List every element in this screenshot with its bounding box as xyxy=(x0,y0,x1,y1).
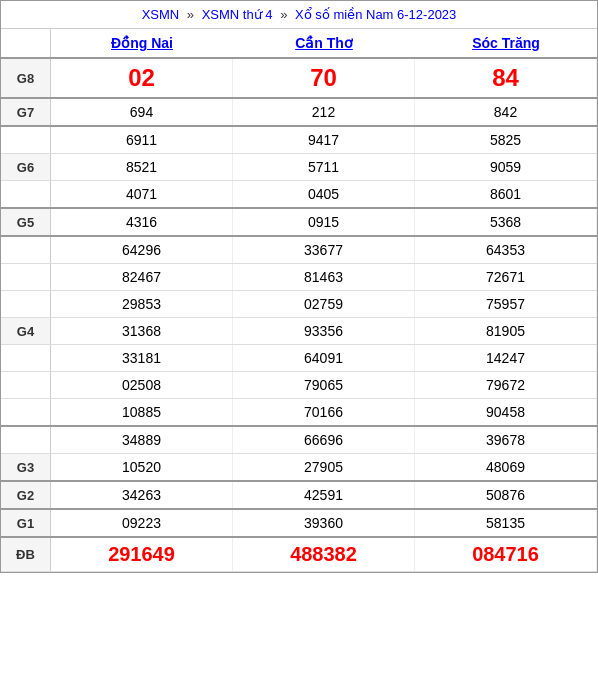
row-label-g4-5 xyxy=(1,345,51,371)
cell-g4-1-c2: 33677 xyxy=(233,237,415,263)
xsmn-thu4-link[interactable]: XSMN thứ 4 xyxy=(202,7,273,22)
table-row: G4 31368 93356 81905 xyxy=(1,318,597,345)
cell-g4-2-c1: 82467 xyxy=(51,264,233,290)
table-row: G2 34263 42591 50876 xyxy=(1,482,597,510)
table-row: G7 694 212 842 xyxy=(1,99,597,127)
cell-g7-c3: 842 xyxy=(415,99,597,125)
table-row: 33181 64091 14247 xyxy=(1,345,597,372)
table-row: G1 09223 39360 58135 xyxy=(1,510,597,538)
row-label-g4: G4 xyxy=(1,318,51,344)
cell-g5-c1: 4316 xyxy=(51,209,233,235)
cell-g1-c1: 09223 xyxy=(51,510,233,536)
cell-g4-4-c2: 93356 xyxy=(233,318,415,344)
header-can-tho: Cần Thơ xyxy=(233,29,415,57)
cell-g3-2-c3: 48069 xyxy=(415,454,597,480)
header-empty xyxy=(1,29,51,57)
cell-g2-c3: 50876 xyxy=(415,482,597,508)
sep1: » xyxy=(187,7,194,22)
table-row: 82467 81463 72671 xyxy=(1,264,597,291)
table-row: 34889 66696 39678 xyxy=(1,427,597,454)
cell-g7-c1: 694 xyxy=(51,99,233,125)
table-row: G6 8521 5711 9059 xyxy=(1,154,597,181)
cell-g7-c2: 212 xyxy=(233,99,415,125)
row-label-g2: G2 xyxy=(1,482,51,508)
row-label-g6-1 xyxy=(1,127,51,153)
row-label-g4-1 xyxy=(1,237,51,263)
cell-g3-1-c2: 66696 xyxy=(233,427,415,453)
row-label-g6: G6 xyxy=(1,154,51,180)
table-row: 4071 0405 8601 xyxy=(1,181,597,209)
row-label-g6-3 xyxy=(1,181,51,207)
cell-g2-c2: 42591 xyxy=(233,482,415,508)
row-label-db: ĐB xyxy=(1,538,51,571)
cell-g4-5-c3: 14247 xyxy=(415,345,597,371)
row-label-g3-1 xyxy=(1,427,51,453)
cell-g1-c2: 39360 xyxy=(233,510,415,536)
row-label-g4-7 xyxy=(1,399,51,425)
cell-g4-4-c1: 31368 xyxy=(51,318,233,344)
cell-g3-2-c2: 27905 xyxy=(233,454,415,480)
cell-g6-2-c3: 9059 xyxy=(415,154,597,180)
cell-g4-3-c1: 29853 xyxy=(51,291,233,317)
cell-g4-1-c1: 64296 xyxy=(51,237,233,263)
cell-g4-2-c2: 81463 xyxy=(233,264,415,290)
cell-g3-2-c1: 10520 xyxy=(51,454,233,480)
cell-g4-5-c1: 33181 xyxy=(51,345,233,371)
cell-db-c3: 084716 xyxy=(415,538,597,571)
cell-g8-c1: 02 xyxy=(51,59,233,97)
cell-g5-c2: 0915 xyxy=(233,209,415,235)
breadcrumb: XSMN » XSMN thứ 4 » Xổ số miền Nam 6-12-… xyxy=(1,1,597,29)
cell-g6-3-c1: 4071 xyxy=(51,181,233,207)
cell-g6-3-c2: 0405 xyxy=(233,181,415,207)
cell-g4-7-c2: 70166 xyxy=(233,399,415,425)
table-row: G5 4316 0915 5368 xyxy=(1,209,597,237)
cell-g4-2-c3: 72671 xyxy=(415,264,597,290)
row-label-g8: G8 xyxy=(1,59,51,97)
cell-g6-2-c2: 5711 xyxy=(233,154,415,180)
table-row: 6911 9417 5825 xyxy=(1,127,597,154)
table-row: G8 02 70 84 xyxy=(1,59,597,99)
header-dong-nai: Đồng Nai xyxy=(51,29,233,57)
cell-g4-7-c3: 90458 xyxy=(415,399,597,425)
cell-db-c1: 291649 xyxy=(51,538,233,571)
cell-g6-1-c1: 6911 xyxy=(51,127,233,153)
table-row: ĐB 291649 488382 084716 xyxy=(1,538,597,572)
cell-g5-c3: 5368 xyxy=(415,209,597,235)
cell-g4-4-c3: 81905 xyxy=(415,318,597,344)
row-label-g1: G1 xyxy=(1,510,51,536)
table-row: G3 10520 27905 48069 xyxy=(1,454,597,482)
cell-g4-3-c2: 02759 xyxy=(233,291,415,317)
page-title: Xổ số miền Nam 6-12-2023 xyxy=(295,7,456,22)
row-label-g4-2 xyxy=(1,264,51,290)
cell-g4-7-c1: 10885 xyxy=(51,399,233,425)
row-label-g4-6 xyxy=(1,372,51,398)
cell-g4-1-c3: 64353 xyxy=(415,237,597,263)
cell-g2-c1: 34263 xyxy=(51,482,233,508)
cell-g1-c3: 58135 xyxy=(415,510,597,536)
cell-g4-6-c2: 79065 xyxy=(233,372,415,398)
cell-g4-6-c1: 02508 xyxy=(51,372,233,398)
table-row: 64296 33677 64353 xyxy=(1,237,597,264)
sep2: » xyxy=(280,7,287,22)
cell-g6-3-c3: 8601 xyxy=(415,181,597,207)
cell-g8-c2: 70 xyxy=(233,59,415,97)
header-soc-trang: Sóc Trăng xyxy=(415,29,597,57)
cell-g3-1-c3: 39678 xyxy=(415,427,597,453)
cell-g6-2-c1: 8521 xyxy=(51,154,233,180)
cell-g6-1-c2: 9417 xyxy=(233,127,415,153)
row-label-g3: G3 xyxy=(1,454,51,480)
row-label-g5: G5 xyxy=(1,209,51,235)
cell-g8-c3: 84 xyxy=(415,59,597,97)
table-header: Đồng Nai Cần Thơ Sóc Trăng xyxy=(1,29,597,59)
cell-g4-5-c2: 64091 xyxy=(233,345,415,371)
cell-db-c2: 488382 xyxy=(233,538,415,571)
xsmn-link[interactable]: XSMN xyxy=(142,7,180,22)
cell-g6-1-c3: 5825 xyxy=(415,127,597,153)
table-row: 02508 79065 79672 xyxy=(1,372,597,399)
cell-g3-1-c1: 34889 xyxy=(51,427,233,453)
cell-g4-3-c3: 75957 xyxy=(415,291,597,317)
row-label-g4-3 xyxy=(1,291,51,317)
table-row: 10885 70166 90458 xyxy=(1,399,597,427)
cell-g4-6-c3: 79672 xyxy=(415,372,597,398)
table-row: 29853 02759 75957 xyxy=(1,291,597,318)
